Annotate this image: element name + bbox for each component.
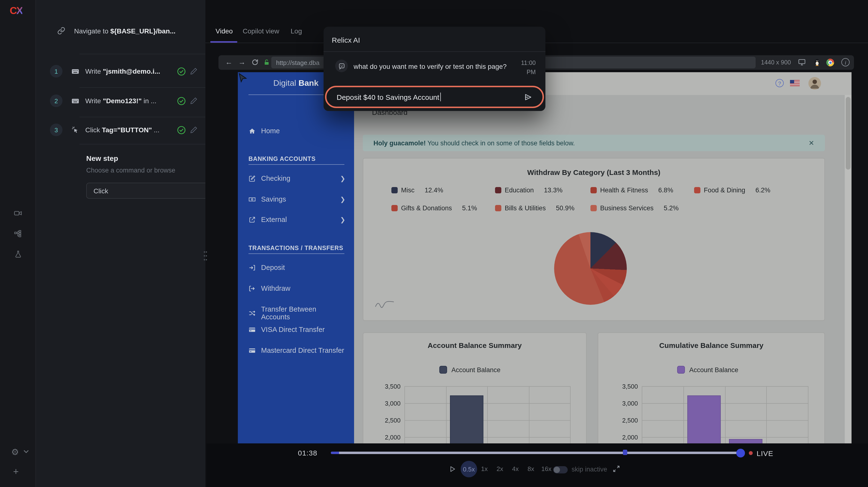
mouse-cursor-icon [238,73,249,83]
sidebar-item-savings[interactable]: Savings ❯ [248,195,345,203]
chart-title: Withdraw By Category (Last 3 Months) [363,168,825,176]
credit-card-icon [248,347,256,354]
chart-title: Account Balance Summary [363,341,586,349]
play-icon[interactable] [448,465,456,473]
sidebar-item-transfer[interactable]: Transfer Between Accounts [248,305,345,321]
timeline-marker[interactable] [623,450,627,455]
legend-swatch [590,205,597,211]
browser-refresh-icon[interactable] [251,59,259,66]
edit-pencil-icon[interactable] [190,126,197,134]
sidebar-item-label: External [261,216,287,223]
bank-user-avatar[interactable] [808,77,821,90]
ai-prompt-value: Deposit $40 to Savings Account [337,93,439,101]
step-row-2[interactable]: 2 Write "Demo123!" in ... [50,94,197,107]
speed-1x[interactable]: 1x [476,465,492,473]
step-navigate[interactable]: Navigate to ${BASE_URL}/ban... [57,27,197,35]
alert-close-icon[interactable]: ✕ [809,139,814,147]
live-label: LIVE [756,449,773,457]
tab-copilot-view[interactable]: Copilot view [243,27,279,35]
step-row-3[interactable]: 3 Click Tag="BUTTON" ... [50,124,197,136]
video-player-bar: 01:38 LIVE 0.5x 1x 2x 4x 8x 16x skip ina… [206,444,868,487]
bank-help-icon[interactable]: ? [775,79,784,87]
tab-video[interactable]: Video [216,27,233,35]
video-viewport[interactable]: ? Digital Bank Home BANKING ACCOUNTS Che… [238,72,851,444]
steps-panel: Navigate to ${BASE_URL}/ban... 1 Write "… [36,0,206,487]
speed-4x[interactable]: 4x [507,465,523,473]
timeline-track[interactable] [331,452,744,454]
chart-title: Cumulative Balance Summary [598,341,825,349]
speed-2x[interactable]: 2x [492,465,507,473]
sidebar-item-deposit[interactable]: Deposit [248,264,345,271]
legend-item: Gifts & Donations5.1% [392,205,477,212]
skip-inactive-toggle[interactable] [553,466,568,474]
message-timestamp: 11:00PM [521,59,536,77]
edit-square-icon [248,175,256,182]
panel-resize-handle[interactable] [203,250,208,262]
gear-icon[interactable]: ⚙ [11,447,19,457]
us-flag-icon[interactable] [790,80,800,86]
linux-icon [813,58,821,67]
step-row-1[interactable]: 1 Write "jsmith@demo.i... [50,65,197,78]
chevron-right-icon: ❯ [340,216,345,223]
divider [248,253,344,254]
skip-inactive-label: skip inactive [571,466,607,473]
withdraw-category-panel: Withdraw By Category (Last 3 Months) Mis… [363,158,825,321]
monitor-icon[interactable] [798,58,806,66]
video-camera-icon[interactable] [13,209,22,218]
new-step-hint: Choose a command or browse [86,167,175,174]
scrollbar-thumb[interactable] [846,97,850,170]
browser-forward-icon[interactable]: → [238,58,246,66]
keyboard-icon [71,97,80,105]
external-link-icon [248,216,256,223]
legend-item: Business Services5.2% [590,205,679,212]
chevron-down-icon[interactable] [23,450,29,454]
credit-card-icon [248,326,256,333]
sidebar-item-mastercard-transfer[interactable]: Mastercard Direct Transfer [248,346,345,354]
flask-icon[interactable] [14,250,22,258]
step-number: 2 [50,94,62,107]
add-button[interactable]: + [13,466,19,477]
step-number: 1 [50,65,62,78]
legend-swatch [392,205,398,211]
speed-8x[interactable]: 8x [523,465,538,473]
bar-segment [687,395,721,444]
speed-0-5x[interactable]: 0.5x [461,461,477,477]
sidebar-item-label: Checking [261,175,290,182]
sidebar-item-external[interactable]: External ❯ [248,216,345,223]
ai-prompt-input[interactable]: Deposit $40 to Savings Account [325,86,544,108]
alert-text: Holy guacamole! You should check in on s… [373,139,575,147]
legend-item: Bills & Utilities50.9% [495,205,575,212]
click-cursor-icon [71,126,80,134]
link-icon [57,27,65,35]
sitemap-icon[interactable] [13,229,22,238]
y-axis-tick: 2,000 [373,434,401,441]
timeline-handle[interactable] [736,449,745,457]
bank-brand-light: Digital [273,79,299,88]
tab-log[interactable]: Log [290,27,302,35]
viewport-resolution: 1440 x 900 [761,59,791,66]
send-icon[interactable] [524,92,533,101]
sidebar-item-home[interactable]: Home [248,127,345,135]
sidebar-item-visa-transfer[interactable]: VISA Direct Transfer [248,326,345,333]
y-axis-tick: 2,500 [611,417,638,424]
pie-chart [554,232,627,305]
legend-item: Food & Dining6.2% [694,187,770,194]
page-scrollbar[interactable] [845,95,851,444]
sidebar-section-banking: BANKING ACCOUNTS [248,156,316,162]
fullscreen-icon[interactable] [612,465,620,473]
y-axis-tick: 3,500 [373,383,401,390]
sidebar-item-checking[interactable]: Checking ❯ [248,175,345,182]
edit-pencil-icon[interactable] [190,97,197,105]
alert-banner: Holy guacamole! You should check in on s… [363,135,825,151]
info-icon[interactable]: i [841,58,849,66]
app-logo[interactable]: CX [10,5,22,17]
speed-16x[interactable]: 16x [538,465,554,473]
sidebar-item-withdraw[interactable]: Withdraw [248,284,345,292]
browser-back-icon[interactable]: ← [225,58,232,66]
lock-icon[interactable] [263,59,270,66]
legend-swatch [694,187,701,193]
edit-pencil-icon[interactable] [190,67,197,75]
toggle-knob [554,467,560,473]
chart-legend: Account Balance [439,366,501,374]
account-balance-panel: Account Balance Summary Account Balance … [363,332,587,444]
